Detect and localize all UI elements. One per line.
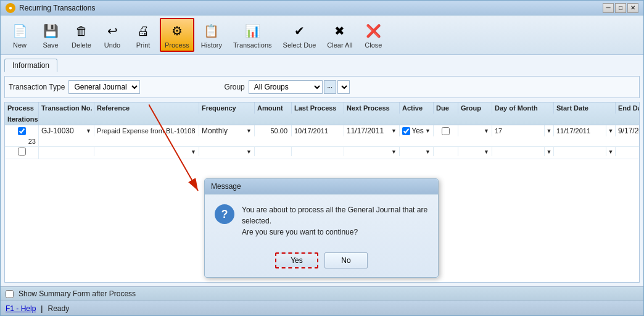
empty-frequency: ▼ (199, 147, 255, 156)
group-select[interactable]: All Groups (249, 80, 323, 94)
print-label: Print (136, 41, 151, 49)
group-label: Group (224, 83, 244, 91)
help-link[interactable]: F1 - Help (6, 304, 36, 313)
table-empty-row: ▼ ▼ ▼ ▼ ▼ ▼ (5, 147, 639, 159)
history-label: History (201, 41, 222, 49)
status-separator: | (41, 304, 43, 313)
empty-reference: ▼ (94, 147, 199, 156)
table-row: GJ-10030 ▼ Prepaid Expense from BL-10108… (5, 125, 639, 147)
delete-button[interactable]: 🗑 Delete (67, 19, 96, 51)
transactions-icon: 📊 (242, 21, 262, 41)
col-start-date: Start Date (554, 102, 616, 114)
col-active: Active (400, 102, 434, 114)
select-due-label: Select Due (283, 41, 316, 49)
col-iterations: Iterations (5, 114, 39, 125)
empty-active: ▼ (400, 147, 434, 156)
tab-bar: Information (4, 59, 640, 72)
undo-button[interactable]: ↩ Undo (98, 19, 126, 51)
cell-last-process: 10/17/2011 (292, 125, 344, 136)
transaction-type-select[interactable]: General Journal (68, 80, 140, 94)
cell-iterations: 23 (5, 136, 39, 146)
group-group: Group All Groups ··· (224, 80, 349, 94)
minimize-button[interactable]: ─ (603, 3, 614, 13)
title-bar-left: ● Recurring Transactions (6, 3, 95, 13)
window-icon: ● (6, 3, 15, 13)
col-last-process: Last Process (292, 102, 344, 114)
transaction-type-group: Transaction Type General Journal (9, 80, 140, 94)
empty-checkbox[interactable] (18, 148, 26, 156)
empty-iterations (5, 156, 39, 159)
restore-button[interactable]: □ (615, 3, 626, 13)
show-summary-checkbox[interactable] (6, 290, 14, 298)
clear-all-label: Clear All (327, 41, 352, 49)
dialog-question-icon: ? (215, 204, 234, 224)
cell-group: ▼ (458, 125, 492, 136)
message-dialog: Message ? You are about to process all t… (204, 178, 439, 278)
undo-label: Undo (104, 41, 120, 49)
cell-process-check[interactable] (5, 125, 39, 136)
dialog-buttons: Yes No (205, 247, 438, 277)
cell-reference: Prepaid Expense from BL-10108 (94, 125, 199, 136)
empty-amount (255, 147, 292, 156)
cell-start-dropdown: ▼ (606, 125, 616, 136)
clear-all-icon: ✖ (330, 21, 350, 41)
history-button[interactable]: 📋 History (197, 19, 226, 51)
empty-due[interactable] (434, 147, 458, 156)
main-window: ● Recurring Transactions ─ □ ✕ 📄 New 💾 S… (0, 0, 644, 316)
close-button[interactable]: ❌ Close (359, 19, 387, 51)
col-process: Process (5, 102, 39, 114)
new-button[interactable]: 📄 New (6, 19, 34, 51)
group-dots-button[interactable]: ··· (324, 80, 336, 94)
transactions-label: Transactions (233, 41, 272, 49)
process-checkbox[interactable] (18, 127, 26, 135)
col-next-process: Next Process (344, 102, 400, 114)
col-day-of-month: Day of Month (492, 102, 554, 114)
save-button[interactable]: 💾 Save (36, 19, 65, 51)
form-section: Transaction Type General Journal Group A… (4, 76, 640, 98)
select-due-button[interactable]: ✔ Select Due (279, 19, 321, 51)
col-amount: Amount (255, 102, 292, 114)
process-label: Process (165, 41, 189, 49)
empty-start (554, 147, 606, 156)
group-extra-select[interactable] (337, 80, 350, 94)
delete-label: Delete (72, 41, 91, 49)
cell-amount: 50.00 (255, 125, 292, 136)
due-checkbox[interactable] (442, 127, 450, 135)
select-due-icon: ✔ (289, 21, 309, 41)
status-bar: F1 - Help | Ready (1, 301, 643, 315)
col-reference: Reference (94, 102, 199, 114)
empty-group: ▼ (458, 147, 492, 156)
col-transaction-no: Transaction No. (39, 102, 94, 114)
empty-day-drop: ▼ (545, 147, 554, 156)
close-icon: ❌ (363, 21, 383, 41)
dialog-body: ? You are about to process all the Gener… (205, 194, 438, 247)
process-button[interactable]: ⚙ Process (160, 18, 194, 52)
cell-due[interactable] (434, 125, 458, 136)
empty-next-process: ▼ (344, 147, 400, 156)
clear-all-button[interactable]: ✖ Clear All (323, 19, 357, 51)
empty-start-drop: ▼ (606, 147, 616, 156)
tab-information[interactable]: Information (4, 59, 57, 72)
active-checkbox[interactable] (402, 127, 410, 135)
group-select-wrapper: All Groups ··· (249, 80, 350, 94)
title-bar-controls: ─ □ ✕ (603, 3, 638, 13)
close-label: Close (365, 41, 382, 49)
new-icon: 📄 (10, 21, 30, 41)
transactions-button[interactable]: 📊 Transactions (229, 19, 276, 51)
window-title: Recurring Transactions (19, 4, 95, 12)
empty-process-check[interactable] (5, 147, 39, 156)
cell-transaction-no: GJ-10030 ▼ (39, 125, 94, 136)
empty-end: ▼ (616, 147, 640, 156)
dialog-no-button[interactable]: No (324, 252, 368, 268)
content-area: Information Transaction Type General Jou… (1, 55, 643, 286)
close-window-button[interactable]: ✕ (627, 3, 638, 13)
print-button[interactable]: 🖨 Print (129, 19, 157, 51)
empty-last-process (292, 147, 344, 156)
process-icon: ⚙ (167, 21, 187, 41)
dialog-yes-button[interactable]: Yes (275, 252, 318, 268)
col-group: Group (458, 102, 492, 114)
col-frequency: Frequency (199, 102, 255, 114)
empty-transaction-no (39, 147, 94, 156)
print-icon: 🖨 (133, 21, 153, 41)
cell-day-dropdown: ▼ (545, 125, 554, 136)
